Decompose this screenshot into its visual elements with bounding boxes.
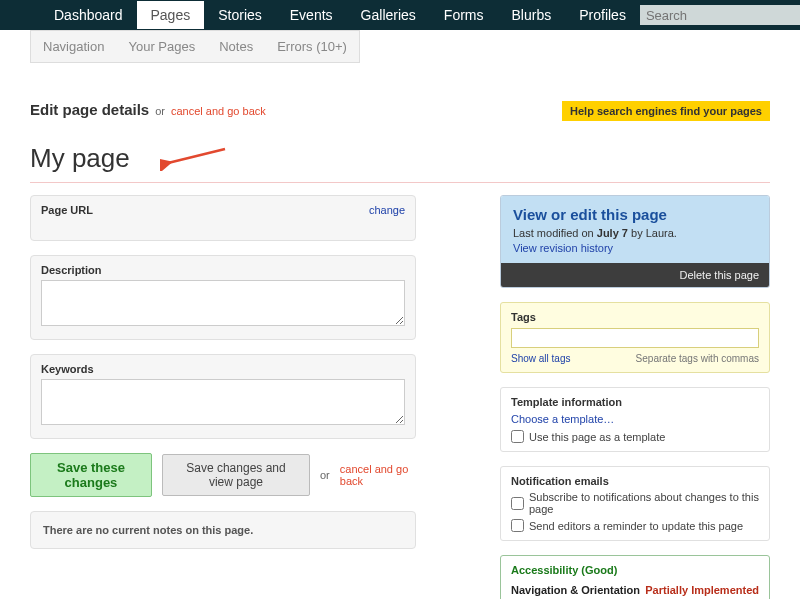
- topnav-tab-profiles[interactable]: Profiles: [565, 1, 640, 29]
- topnav-tab-forms[interactable]: Forms: [430, 1, 498, 29]
- page-heading: Edit page details: [30, 101, 149, 118]
- tags-input[interactable]: [511, 328, 759, 348]
- use-as-template-checkbox[interactable]: [511, 430, 524, 443]
- sub-nav: NavigationYour PagesNotesErrors (10+): [30, 30, 360, 63]
- tags-hint: Separate tags with commas: [636, 353, 759, 364]
- topnav-tab-dashboard[interactable]: Dashboard: [40, 1, 137, 29]
- page-title: My page: [30, 143, 130, 173]
- topnav-tab-blurbs[interactable]: Blurbs: [498, 1, 566, 29]
- topnav-tab-pages[interactable]: Pages: [137, 1, 205, 29]
- subnav-item-errors-10-[interactable]: Errors (10+): [265, 31, 359, 62]
- tags-box: Tags Show all tags Separate tags with co…: [500, 302, 770, 373]
- accessibility-value: Partially Implemented: [645, 584, 759, 596]
- subnav-item-navigation[interactable]: Navigation: [31, 31, 116, 62]
- change-url-link[interactable]: change: [369, 204, 405, 216]
- reminder-label: Send editors a reminder to update this p…: [529, 520, 743, 532]
- subscribe-label: Subscribe to notifications about changes…: [529, 491, 759, 515]
- help-search-engines-button[interactable]: Help search engines find your pages: [562, 101, 770, 121]
- search-wrap: ▶: [640, 5, 800, 25]
- description-textarea[interactable]: [41, 280, 405, 326]
- view-edit-box: View or edit this page Last modified on …: [500, 195, 770, 288]
- subscribe-checkbox[interactable]: [511, 497, 524, 510]
- description-panel: Description: [30, 255, 416, 340]
- accessibility-heading: Accessibility (Good): [511, 564, 759, 576]
- cancel-link[interactable]: cancel and go back: [171, 105, 266, 117]
- save-and-view-button[interactable]: Save changes and view page: [162, 454, 310, 496]
- or-text: or: [155, 105, 165, 117]
- arrow-annotation-icon: [160, 145, 230, 171]
- or-text-2: or: [320, 469, 330, 481]
- keywords-panel: Keywords: [30, 354, 416, 439]
- accessibility-box: Accessibility (Good) Navigation & Orient…: [500, 555, 770, 599]
- subnav-item-your-pages[interactable]: Your Pages: [116, 31, 207, 62]
- last-modified-text: Last modified on July 7 by Laura.: [513, 227, 757, 239]
- template-box: Template information Choose a template… …: [500, 387, 770, 452]
- search-input[interactable]: [640, 5, 800, 25]
- keywords-label: Keywords: [41, 363, 405, 375]
- svg-line-0: [168, 149, 225, 163]
- keywords-textarea[interactable]: [41, 379, 405, 425]
- save-changes-button[interactable]: Save these changes: [30, 453, 152, 497]
- notifications-label: Notification emails: [511, 475, 759, 487]
- tags-label: Tags: [511, 311, 759, 323]
- view-edit-link[interactable]: View or edit this page: [513, 206, 757, 223]
- top-nav: DashboardPagesStoriesEventsGalleriesForm…: [0, 0, 800, 30]
- reminder-checkbox[interactable]: [511, 519, 524, 532]
- notifications-box: Notification emails Subscribe to notific…: [500, 466, 770, 541]
- use-as-template-label: Use this page as a template: [529, 431, 665, 443]
- accessibility-key: Navigation & Orientation: [511, 584, 640, 596]
- template-label: Template information: [511, 396, 759, 408]
- topnav-tab-stories[interactable]: Stories: [204, 1, 276, 29]
- delete-page-link[interactable]: Delete this page: [501, 263, 769, 287]
- description-label: Description: [41, 264, 405, 276]
- subnav-item-notes[interactable]: Notes: [207, 31, 265, 62]
- page-url-label: Page URL: [41, 204, 405, 216]
- page-url-panel: change Page URL: [30, 195, 416, 241]
- revision-history-link[interactable]: View revision history: [513, 242, 613, 254]
- accessibility-row: Navigation & OrientationPartially Implem…: [511, 582, 759, 598]
- topnav-tab-events[interactable]: Events: [276, 1, 347, 29]
- cancel-link-2[interactable]: cancel and go back: [340, 463, 416, 487]
- show-all-tags-link[interactable]: Show all tags: [511, 353, 570, 364]
- topnav-tab-galleries[interactable]: Galleries: [347, 1, 430, 29]
- notes-panel: There are no current notes on this page.: [30, 511, 416, 549]
- choose-template-link[interactable]: Choose a template…: [511, 413, 614, 425]
